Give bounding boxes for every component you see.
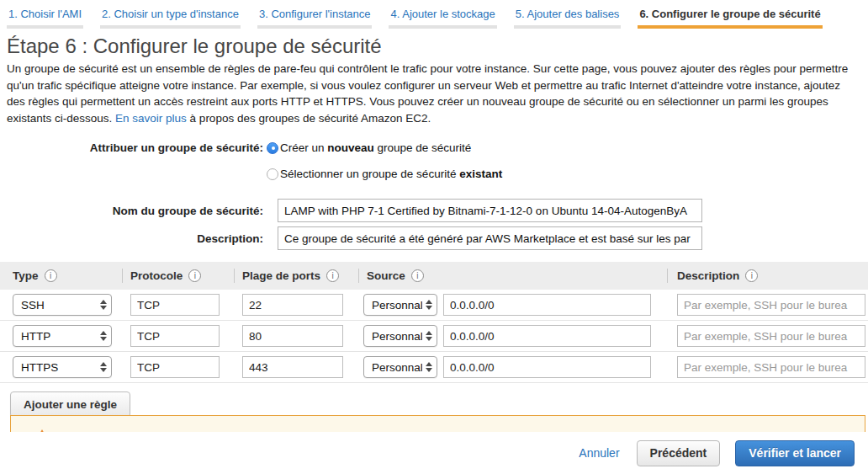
radio-selected-icon[interactable] <box>267 142 278 154</box>
source-value-input[interactable] <box>443 325 651 347</box>
header-protocole: Protocole <box>122 262 234 290</box>
previous-button[interactable]: Précédent <box>637 440 721 466</box>
radio-unselected-icon[interactable] <box>267 168 278 180</box>
protocol-input[interactable] <box>130 294 220 316</box>
rule-description-input[interactable] <box>677 294 865 316</box>
port-range-input[interactable] <box>242 325 343 347</box>
tab-configurer-instance[interactable]: 3. Configurer l'instance <box>257 6 373 29</box>
source-value-input[interactable] <box>443 294 651 316</box>
type-select[interactable]: HTTPS <box>13 356 112 378</box>
rule-row-ssh: SSH Personnalisée <box>0 290 868 321</box>
tab-choisir-ami[interactable]: 1. Choisir l'AMI <box>7 6 83 29</box>
header-source: Source <box>358 262 667 290</box>
radio-create-new[interactable]: Créer un nouveau groupe de sécurité <box>267 141 471 154</box>
chevron-up-down-icon <box>426 300 432 310</box>
intro-paragraph: Un groupe de sécurité est un ensemble de… <box>7 61 860 126</box>
security-rules-table: Type Protocole Plage de ports Source Des… <box>0 262 868 383</box>
rule-description-input[interactable] <box>677 325 865 347</box>
security-group-description-label: Description: <box>0 232 263 245</box>
rule-row-https: HTTPS Personnalisée <box>0 352 868 383</box>
add-rule-button[interactable]: Ajouter une règle <box>10 391 130 418</box>
source-value-input[interactable] <box>443 356 651 378</box>
wizard-step-tabs: 1. Choisir l'AMI 2. Choisir un type d'in… <box>0 0 868 29</box>
security-group-name-input[interactable] <box>278 199 702 222</box>
source-type-select[interactable]: Personnalisée <box>363 356 437 378</box>
cancel-link[interactable]: Annuler <box>579 446 619 460</box>
port-range-input[interactable] <box>242 356 343 378</box>
radio-select-existing[interactable]: Sélectionner un groupe de sécurité exist… <box>267 168 502 180</box>
protocol-input[interactable] <box>130 356 220 378</box>
protocol-input[interactable] <box>130 325 220 347</box>
info-icon[interactable] <box>411 269 424 282</box>
intro-text-after: à propos des groupes de sécurité Amazon … <box>187 112 431 125</box>
footer-bar: Annuler Précédent Vérifier et lancer <box>0 432 868 474</box>
review-launch-button[interactable]: Vérifier et lancer <box>735 440 855 466</box>
chevron-up-down-icon <box>100 300 107 310</box>
header-type: Type <box>0 262 122 290</box>
info-icon[interactable] <box>745 269 758 282</box>
assign-security-group-label: Attribuer un groupe de sécurité: <box>0 141 263 154</box>
rule-description-input[interactable] <box>677 356 865 378</box>
chevron-up-down-icon <box>426 331 432 341</box>
tab-type-instance[interactable]: 2. Choisir un type d'instance <box>100 6 241 29</box>
source-type-select[interactable]: Personnalisée <box>363 325 437 347</box>
chevron-up-down-icon <box>100 331 107 341</box>
security-group-description-input[interactable] <box>278 226 702 250</box>
type-select[interactable]: HTTP <box>13 325 112 347</box>
chevron-up-down-icon <box>426 362 432 372</box>
header-plage-de-ports: Plage de ports <box>234 262 358 290</box>
type-select[interactable]: SSH <box>13 294 112 316</box>
tab-groupe-securite[interactable]: 6. Configurer le groupe de sécurité <box>638 6 822 29</box>
learn-more-link[interactable]: En savoir plus <box>115 112 187 125</box>
radio-select-existing-label: Sélectionner un groupe de sécurité exist… <box>280 168 502 180</box>
security-group-name-label: Nom du groupe de sécurité: <box>0 205 263 217</box>
table-header-row: Type Protocole Plage de ports Source Des… <box>0 262 868 290</box>
radio-create-new-label: Créer un nouveau groupe de sécurité <box>280 141 471 154</box>
tab-ajouter-balises[interactable]: 5. Ajouter des balises <box>514 6 622 29</box>
tab-ajouter-stockage[interactable]: 4. Ajouter le stockage <box>389 6 496 29</box>
info-icon[interactable] <box>45 269 57 282</box>
header-description: Description <box>667 262 868 290</box>
rule-row-http: HTTP Personnalisée <box>0 321 868 352</box>
source-type-select[interactable]: Personnalisée <box>363 294 437 316</box>
info-icon[interactable] <box>326 269 339 282</box>
page-title: Étape 6 : Configurer le groupe de sécuri… <box>7 35 868 58</box>
info-icon[interactable] <box>188 269 201 282</box>
port-range-input[interactable] <box>242 294 343 316</box>
chevron-up-down-icon <box>100 362 107 372</box>
